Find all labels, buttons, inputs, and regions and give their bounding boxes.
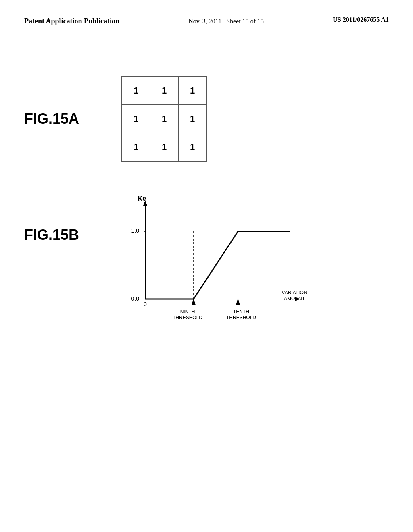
fig15b-chart: Ke 1.0 0.0 0 VARIATION AMOUNT NINTH THRE… (113, 194, 315, 347)
svg-line-20 (194, 231, 238, 299)
svg-text:THRESHOLD: THRESHOLD (173, 315, 202, 320)
chart-area: Ke 1.0 0.0 0 VARIATION AMOUNT NINTH THRE… (113, 194, 315, 347)
cell-1-2: 1 (178, 105, 206, 133)
cell-1-1: 1 (150, 105, 178, 133)
svg-text:TENTH: TENTH (233, 309, 249, 314)
sheet-info: Sheet 15 of 15 (226, 18, 264, 25)
cell-2-2: 1 (178, 133, 206, 161)
header-date-sheet: Nov. 3, 2011 Sheet 15 of 15 (188, 16, 264, 27)
svg-text:THRESHOLD: THRESHOLD (226, 315, 256, 320)
svg-text:0: 0 (144, 301, 147, 308)
svg-text:VARIATION: VARIATION (282, 290, 307, 295)
cell-1-0: 1 (122, 105, 150, 133)
publication-label: Patent Application Publication (24, 16, 119, 26)
svg-text:NINTH: NINTH (180, 309, 195, 314)
page-header: Patent Application Publication Nov. 3, 2… (0, 0, 413, 35)
fig15a-section: FIG.15A 1 1 1 1 1 1 1 1 1 (24, 76, 389, 162)
svg-text:1.0: 1.0 (131, 227, 140, 234)
cell-2-1: 1 (150, 133, 178, 161)
svg-text:0.0: 0.0 (131, 295, 140, 302)
cell-2-0: 1 (122, 133, 150, 161)
fig15b-label: FIG.15B (24, 227, 89, 243)
fig15a-label: FIG.15A (24, 110, 89, 127)
main-content: FIG.15A 1 1 1 1 1 1 1 1 1 FIG.15B (0, 35, 413, 364)
fig15b-section: FIG.15B Ke 1.0 0.0 0 (24, 194, 389, 347)
cell-0-0: 1 (122, 77, 150, 105)
svg-text:AMOUNT: AMOUNT (284, 296, 305, 301)
cell-0-2: 1 (178, 77, 206, 105)
patent-number: US 2011/0267655 A1 (333, 16, 389, 23)
cell-0-1: 1 (150, 77, 178, 105)
svg-text:Ke: Ke (138, 195, 146, 202)
matrix-grid: 1 1 1 1 1 1 1 1 1 (121, 76, 207, 162)
publication-date: Nov. 3, 2011 (188, 18, 221, 25)
